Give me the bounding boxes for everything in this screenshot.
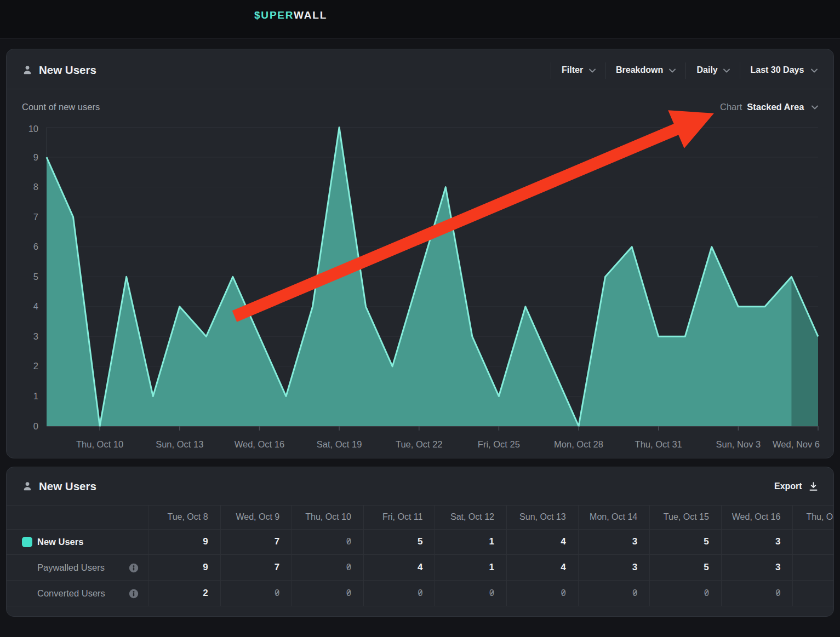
svg-text:Thu, Oct 10: Thu, Oct 10 bbox=[76, 439, 123, 449]
svg-text:4: 4 bbox=[33, 301, 38, 311]
svg-text:10: 10 bbox=[28, 124, 38, 134]
svg-text:1: 1 bbox=[33, 391, 38, 401]
svg-text:6: 6 bbox=[33, 242, 38, 251]
svg-text:Tue, Oct 22: Tue, Oct 22 bbox=[396, 439, 443, 449]
svg-text:Sun, Oct 13: Sun, Oct 13 bbox=[156, 439, 203, 449]
svg-text:3: 3 bbox=[33, 331, 38, 341]
svg-text:Fri, Oct 25: Fri, Oct 25 bbox=[478, 439, 520, 449]
svg-text:Wed, Oct 16: Wed, Oct 16 bbox=[235, 439, 284, 449]
svg-text:9: 9 bbox=[33, 152, 38, 162]
svg-text:0: 0 bbox=[33, 421, 38, 431]
svg-text:7: 7 bbox=[33, 212, 38, 222]
svg-text:Thu, Oct 31: Thu, Oct 31 bbox=[635, 439, 682, 449]
svg-text:Sat, Oct 19: Sat, Oct 19 bbox=[317, 439, 362, 449]
svg-text:Mon, Oct 28: Mon, Oct 28 bbox=[554, 439, 603, 449]
svg-text:Sun, Nov 3: Sun, Nov 3 bbox=[716, 439, 761, 449]
svg-text:Wed, Nov 6: Wed, Nov 6 bbox=[773, 439, 820, 449]
svg-text:2: 2 bbox=[33, 361, 38, 371]
svg-text:5: 5 bbox=[33, 272, 38, 282]
svg-text:8: 8 bbox=[33, 182, 38, 192]
